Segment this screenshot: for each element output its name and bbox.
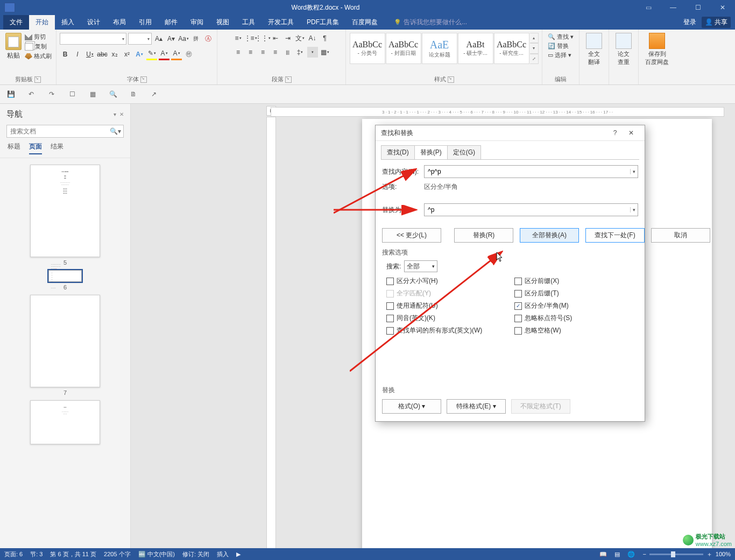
clear-format-icon[interactable]: Ⓐ xyxy=(203,33,214,44)
ck-ignore-punct[interactable]: 忽略标点符号(S) xyxy=(514,314,572,323)
view-print-icon[interactable]: ▤ xyxy=(614,551,620,558)
maximize-icon[interactable]: ☐ xyxy=(685,0,710,15)
paste-icon[interactable] xyxy=(5,33,22,50)
bullets-icon[interactable]: ≡▾ xyxy=(233,33,244,44)
asian-layout-icon[interactable]: 文▾ xyxy=(295,33,306,44)
nav-tab-results[interactable]: 结果 xyxy=(51,142,63,154)
numbering-icon[interactable]: ⋮≡▾ xyxy=(245,33,256,44)
launcher-icon[interactable] xyxy=(448,76,454,83)
tab-pdf[interactable]: PDF工具集 xyxy=(300,15,345,30)
less-button[interactable]: << 更少(L) xyxy=(382,228,441,243)
ck-match-case[interactable]: 区分大小写(H) xyxy=(386,277,482,286)
tab-baidu[interactable]: 百度网盘 xyxy=(345,15,384,30)
tab-developer[interactable]: 开发工具 xyxy=(262,15,300,30)
status-language[interactable]: 🔤 中文(中国) xyxy=(138,550,175,558)
sort-icon[interactable]: A↓ xyxy=(307,33,318,44)
style-tile[interactable]: AaE论文标题 xyxy=(422,33,457,64)
justify-icon[interactable]: ≡ xyxy=(270,47,281,58)
new-icon[interactable]: ☐ xyxy=(67,89,77,100)
cancel-button[interactable]: 取消 xyxy=(651,228,710,243)
baidu-save-button[interactable]: 保存到 百度网盘 xyxy=(642,31,672,66)
status-insert[interactable]: 插入 xyxy=(217,550,229,558)
zoom-slider[interactable] xyxy=(649,554,703,555)
view-web-icon[interactable]: 🌐 xyxy=(627,551,635,558)
print-preview-icon[interactable]: 🔍 xyxy=(108,89,118,100)
align-left-icon[interactable]: ≡ xyxy=(233,47,244,58)
tab-mailings[interactable]: 邮件 xyxy=(158,15,184,30)
shading-icon[interactable]: ▾ xyxy=(307,47,318,58)
special-button[interactable]: 特殊格式(E) ▾ xyxy=(447,399,506,414)
zoom-value[interactable]: 100% xyxy=(716,551,731,557)
redo-icon[interactable]: ↷ xyxy=(46,89,57,100)
decrease-indent-icon[interactable]: ⇤ xyxy=(270,33,281,44)
replace-button[interactable]: 🔄 替换 xyxy=(548,42,569,50)
undo-icon[interactable]: ↶ xyxy=(26,89,37,100)
dlg-tab-find[interactable]: 查找(D) xyxy=(381,145,415,159)
style-tile[interactable]: AaBbCc- 分类号 xyxy=(350,33,385,64)
show-marks-icon[interactable]: ¶ xyxy=(320,33,330,44)
save-icon[interactable]: 💾 xyxy=(5,89,16,100)
tab-layout[interactable]: 布局 xyxy=(107,15,132,30)
ribbon-display-icon[interactable]: ▭ xyxy=(636,0,661,15)
format-painter-button[interactable]: 格式刷 xyxy=(25,52,52,60)
ck-word-forms[interactable]: 查找单词的所有形式(英文)(W) xyxy=(386,326,482,335)
enclose-char-icon[interactable]: ㊕ xyxy=(183,49,194,60)
find-what-input[interactable]: ▾ xyxy=(424,165,638,178)
paper-review-button[interactable]: 论文 查重 xyxy=(612,31,635,66)
read-mode-icon[interactable]: ↗ xyxy=(149,89,159,100)
ck-ignore-space[interactable]: 忽略空格(W) xyxy=(514,326,572,335)
status-word-count[interactable]: 2205 个字 xyxy=(104,550,131,558)
tab-references[interactable]: 引用 xyxy=(132,15,158,30)
underline-button[interactable]: U▾ xyxy=(84,49,95,60)
style-tile[interactable]: AaBbCc- 封面日期 xyxy=(386,33,421,64)
tab-file[interactable]: 文件 xyxy=(3,15,29,30)
nav-search[interactable]: 🔍▾ xyxy=(6,125,124,138)
strike-button[interactable]: abc xyxy=(97,49,108,60)
cut-button[interactable]: 剪切 xyxy=(25,33,52,41)
search-icon[interactable]: 🔍▾ xyxy=(110,127,121,135)
replace-value[interactable] xyxy=(427,205,630,214)
change-case-icon[interactable]: Aa▾ xyxy=(178,33,189,44)
thumb-page-5[interactable]: ■ ■ ■■■■■■■■- - - - - - - - - -- - - - -… xyxy=(30,165,100,257)
zoom-in-icon[interactable]: ＋ xyxy=(706,550,712,558)
find-value[interactable] xyxy=(427,167,630,176)
close-icon[interactable]: ✕ xyxy=(710,0,735,15)
replace-with-input[interactable]: ▾ xyxy=(424,203,638,216)
increase-indent-icon[interactable]: ⇥ xyxy=(282,33,293,44)
shrink-font-icon[interactable]: A▾ xyxy=(166,33,176,44)
char-shading-icon[interactable]: A▾ xyxy=(171,48,182,60)
align-right-icon[interactable]: ≡ xyxy=(258,47,268,58)
tab-tools[interactable]: 工具 xyxy=(236,15,262,30)
ck-sounds-like[interactable]: 同音(英文)(K) xyxy=(386,314,482,323)
nav-search-input[interactable] xyxy=(9,127,110,136)
font-size-combo[interactable]: ▾ xyxy=(128,33,152,45)
style-tile[interactable]: AaBt- 硕士学... xyxy=(458,33,493,64)
horizontal-ruler[interactable]: 3 · 1 · 2 · 1 · 1 · · · 1 · · · 2 · · · … xyxy=(271,107,724,117)
launcher-icon[interactable] xyxy=(34,76,41,83)
select-button[interactable]: ▭ 选择 ▾ xyxy=(548,51,571,59)
phonetic-icon[interactable]: 拼 xyxy=(190,33,201,44)
text-effects-icon[interactable]: A▾ xyxy=(134,49,145,60)
dlg-tab-goto[interactable]: 定位(G) xyxy=(447,145,481,159)
tab-view[interactable]: 视图 xyxy=(210,15,236,30)
search-direction-select[interactable]: 全部▾ xyxy=(404,260,437,272)
nav-tab-pages[interactable]: 页面 xyxy=(29,142,42,154)
tab-home[interactable]: 开始 xyxy=(29,15,55,30)
line-spacing-icon[interactable]: ‡▾ xyxy=(295,47,306,58)
ck-width[interactable]: ✓区分全/半角(M) xyxy=(514,301,572,310)
ck-wildcards[interactable]: 使用通配符(U) xyxy=(386,301,482,310)
nav-tab-headings[interactable]: 标题 xyxy=(8,142,20,154)
status-page-count[interactable]: 第 6 页，共 11 页 xyxy=(50,550,96,558)
borders-icon[interactable]: ▦▾ xyxy=(320,47,330,58)
dialog-help-icon[interactable]: ? xyxy=(607,129,623,137)
preview-icon[interactable]: 🗎 xyxy=(128,89,139,100)
find-next-button[interactable]: 查找下一处(F) xyxy=(585,228,645,243)
launcher-icon[interactable] xyxy=(285,76,292,83)
insert-table-icon[interactable]: ▦ xyxy=(87,89,98,100)
subscript-button[interactable]: x₂ xyxy=(109,49,120,60)
find-button[interactable]: 🔍 查找 ▾ xyxy=(548,33,574,41)
italic-button[interactable]: I xyxy=(72,49,83,60)
status-macro-icon[interactable]: ▶ xyxy=(236,551,241,558)
thumb-page-6[interactable]: - - - - - - - - - -- - - - - - - - - -- … xyxy=(48,270,82,282)
status-track[interactable]: 修订: 关闭 xyxy=(182,550,209,558)
